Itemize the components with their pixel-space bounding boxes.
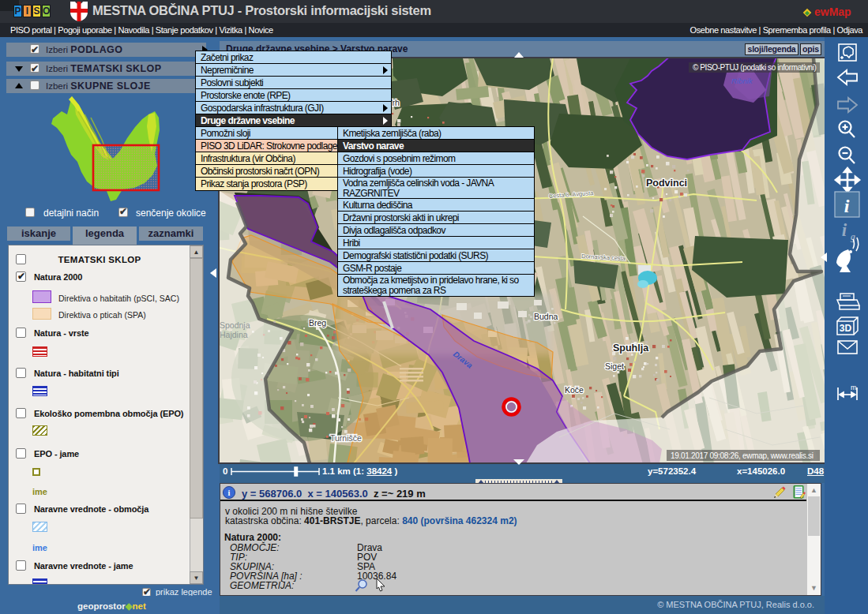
svg-text:m: m: [851, 384, 857, 391]
svg-text:i: i: [228, 489, 231, 497]
svg-text:Ribnik: Ribnik: [731, 77, 753, 85]
svg-text:Turnišče: Turnišče: [330, 433, 362, 443]
svg-text:© PISO-PTUJ (podatki so inform: © PISO-PTUJ (podatki so informativni): [693, 63, 817, 72]
svg-text:Spuhlja: Spuhlja: [613, 343, 649, 354]
svg-text:Hajdina: Hajdina: [220, 330, 248, 339]
svg-text:19.01.2017 09:08:26, ewmap, ww: 19.01.2017 09:08:26, ewmap, www.realis.s…: [671, 451, 814, 460]
svg-text:Koče: Koče: [565, 385, 584, 395]
svg-text:i: i: [842, 220, 847, 240]
svg-text:g: g: [850, 231, 855, 242]
svg-text:i: i: [844, 196, 850, 216]
svg-text:3D: 3D: [840, 323, 852, 334]
svg-text:Breg: Breg: [309, 318, 326, 328]
svg-text:Siget: Siget: [605, 361, 624, 371]
svg-text:Podvinci: Podvinci: [646, 178, 687, 189]
svg-text:Budna: Budna: [534, 312, 558, 321]
svg-text:Spodnja: Spodnja: [220, 320, 250, 330]
